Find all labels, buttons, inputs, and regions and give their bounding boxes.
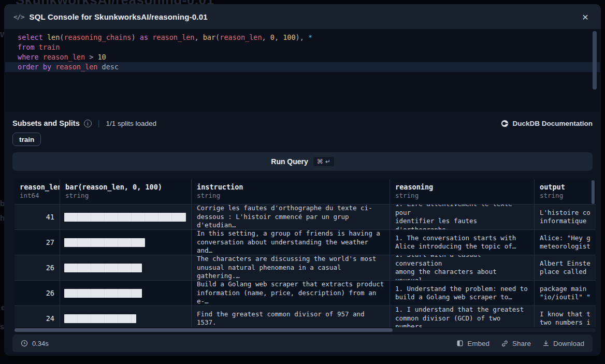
cell-instruction: In this setting, a group of friends is h… bbox=[192, 230, 390, 255]
cell-output: Alice: "Hey g meteorologist bbox=[535, 230, 596, 255]
sql-token: , bbox=[275, 33, 283, 41]
download-button[interactable]: Download bbox=[542, 340, 584, 347]
subsets-divider: | bbox=[98, 119, 100, 127]
sql-token: ), bbox=[296, 33, 308, 41]
cell-output: Albert Einste place called bbox=[535, 255, 596, 280]
bar-visualization bbox=[64, 238, 145, 247]
close-icon[interactable]: × bbox=[579, 10, 592, 23]
results-footer: 0.34s EmbedShareDownload bbox=[12, 334, 593, 352]
sql-code-line: select len(reasoning_chains) as reason_l… bbox=[5, 33, 600, 42]
sql-code-line: order by reason_len desc bbox=[5, 62, 600, 72]
sql-token: select bbox=[18, 33, 43, 41]
sql-token: reason_len bbox=[152, 33, 194, 41]
cell-output: I know that t two numbers i bbox=[535, 306, 596, 327]
query-time: 0.34s bbox=[21, 340, 49, 347]
sql-token: from bbox=[18, 43, 35, 51]
run-query-button[interactable]: Run Query ⌘ ↵ bbox=[12, 152, 593, 171]
sql-token: ) bbox=[132, 33, 140, 41]
column-header: reason_lenint64 bbox=[15, 179, 60, 204]
column-type: string bbox=[65, 192, 186, 199]
editor-scrollbar[interactable] bbox=[593, 31, 597, 109]
sql-token: reason_len bbox=[43, 53, 85, 61]
cell-instruction: Corrige les fautes d'orthographe du text… bbox=[192, 205, 390, 229]
sql-token: as bbox=[140, 33, 148, 41]
download-icon bbox=[542, 340, 550, 347]
sql-token: > bbox=[85, 53, 97, 61]
sql-token: * bbox=[308, 33, 312, 41]
cell-bar bbox=[60, 255, 192, 280]
bar-visualization bbox=[64, 213, 186, 222]
query-time-value: 0.34s bbox=[32, 340, 49, 347]
column-name: output bbox=[540, 183, 590, 191]
sql-token bbox=[148, 33, 152, 41]
splits-list: train bbox=[12, 133, 593, 146]
cell-instruction: Build a Golang web scraper that extracts… bbox=[192, 281, 390, 305]
sql-code-line: where reason_len > 10 bbox=[5, 52, 600, 62]
subsets-row: Subsets and Splits i | 1/1 splits loaded… bbox=[4, 118, 601, 128]
column-name: bar(reason_len, 0, 100) bbox=[65, 183, 186, 191]
bar-visualization bbox=[64, 264, 142, 272]
cell-bar bbox=[60, 205, 192, 229]
sql-token: reason_len bbox=[55, 63, 97, 71]
column-type: string bbox=[197, 192, 384, 199]
kbd-shortcut-badge: ⌘ ↵ bbox=[313, 157, 334, 166]
table-row: 24Find the greatest common divisor of 95… bbox=[15, 305, 596, 327]
sql-token: 0 bbox=[270, 33, 275, 41]
cell-reason-len: 26 bbox=[15, 281, 60, 305]
sql-code-line: from train bbox=[5, 42, 600, 52]
download-label: Download bbox=[553, 340, 584, 347]
info-icon[interactable]: i bbox=[84, 120, 92, 127]
sql-token: , bbox=[194, 33, 203, 41]
column-type: int64 bbox=[20, 192, 54, 199]
modal-titlebar: </> SQL Console for SkunkworksAI/reasoni… bbox=[4, 4, 601, 29]
cell-reason-len: 24 bbox=[15, 306, 60, 327]
split-chip-train[interactable]: train bbox=[12, 133, 41, 146]
sql-token: by bbox=[43, 63, 51, 71]
clock-icon bbox=[21, 340, 28, 347]
table-vscroll-thumb[interactable] bbox=[592, 180, 595, 204]
splits-loaded-status: 1/1 splits loaded bbox=[106, 120, 156, 127]
table-body: 41Corrige les fautes d'orthographe du te… bbox=[15, 204, 596, 327]
cell-bar bbox=[60, 306, 192, 327]
table-horizontal-scrollbar[interactable] bbox=[15, 328, 596, 332]
embed-button[interactable]: Embed bbox=[456, 340, 489, 347]
sql-token: train bbox=[39, 43, 60, 51]
duckdb-documentation-label: DuckDB Documentation bbox=[512, 120, 593, 127]
column-name: instruction bbox=[197, 183, 384, 191]
sql-token bbox=[39, 63, 43, 71]
table-hscroll-thumb[interactable] bbox=[15, 328, 393, 332]
cell-reasoning: 1. I understand that the greatest common… bbox=[390, 306, 535, 327]
results-table: reason_lenint64bar(reason_len, 0, 100)st… bbox=[15, 179, 596, 332]
sql-token bbox=[39, 53, 43, 61]
column-type: string bbox=[395, 192, 529, 199]
sql-token bbox=[43, 33, 47, 41]
duckdb-documentation-link[interactable]: DuckDB Documentation bbox=[501, 120, 593, 127]
table-header-row: reason_lenint64bar(reason_len, 0, 100)st… bbox=[15, 179, 596, 204]
table-vertical-scrollbar[interactable] bbox=[592, 180, 595, 204]
cell-reasoning: 1. The conversation starts with Alice in… bbox=[390, 230, 535, 255]
embed-icon bbox=[456, 340, 464, 347]
table-row: 26The characters are discussing the worl… bbox=[15, 255, 596, 280]
sql-token: order bbox=[18, 63, 39, 71]
share-icon bbox=[501, 340, 509, 347]
share-button[interactable]: Share bbox=[501, 340, 531, 347]
sql-editor[interactable]: select len(reasoning_chains) as reason_l… bbox=[5, 29, 600, 112]
column-name: reason_len bbox=[20, 183, 54, 191]
sql-console-modal: </> SQL Console for SkunkworksAI/reasoni… bbox=[4, 4, 601, 356]
cell-reason-len: 41 bbox=[15, 205, 60, 229]
cell-reasoning: 1. Start with a casual conversation amon… bbox=[390, 255, 535, 280]
column-header: bar(reason_len, 0, 100)string bbox=[60, 179, 192, 204]
table-row: 26Build a Golang web scraper that extrac… bbox=[15, 280, 596, 305]
editor-scrollbar-thumb[interactable] bbox=[593, 31, 597, 90]
code-icon: </> bbox=[13, 13, 24, 21]
column-header: outputstring bbox=[535, 179, 596, 204]
sql-token: len bbox=[47, 33, 60, 41]
sql-token: 100 bbox=[283, 33, 295, 41]
modal-title: SQL Console for SkunkworksAI/reasoning-0… bbox=[29, 12, 207, 21]
duckdb-logo-icon bbox=[501, 120, 509, 127]
sql-token bbox=[35, 43, 39, 51]
embed-label: Embed bbox=[467, 340, 489, 347]
sql-token: bar bbox=[203, 33, 215, 41]
column-name: reasoning bbox=[395, 183, 529, 191]
table-row: 41Corrige les fautes d'orthographe du te… bbox=[15, 204, 596, 229]
